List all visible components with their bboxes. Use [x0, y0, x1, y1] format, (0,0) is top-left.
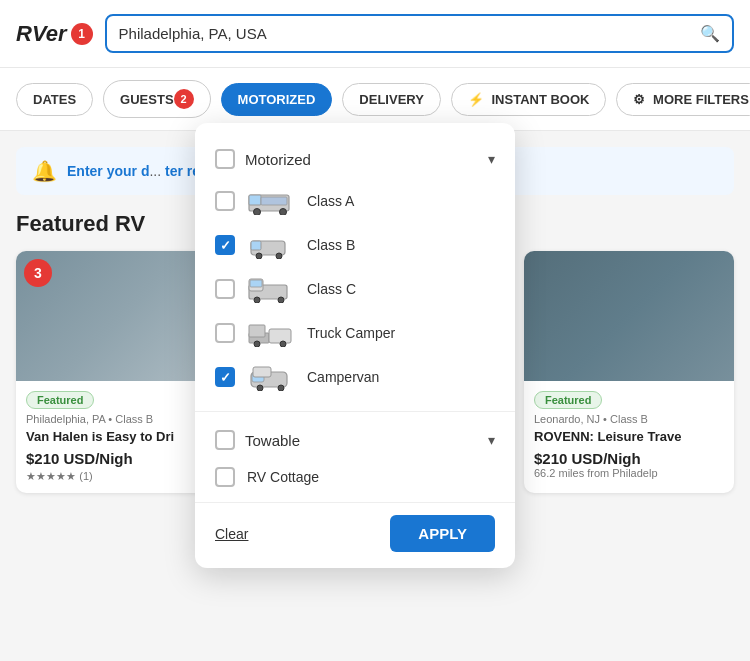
card-title-2: ROVENN: Leisure Trave — [534, 429, 724, 444]
class-b-label: Class B — [307, 237, 355, 253]
svg-point-12 — [254, 297, 260, 303]
badge-row-2: Featured — [534, 391, 724, 409]
search-input[interactable] — [119, 25, 700, 42]
listing-card-2[interactable]: Featured Leonardo, NJ • Class B ROVENN: … — [524, 251, 734, 493]
logo-text: RVer — [16, 21, 67, 47]
class-b-item[interactable]: Class B — [215, 223, 495, 267]
guests-badge: 2 — [174, 89, 194, 109]
truck-camper-label: Truck Camper — [307, 325, 395, 341]
class-b-icon — [247, 230, 295, 260]
motorized-checkbox[interactable] — [215, 149, 235, 169]
svg-rect-11 — [250, 280, 262, 287]
class-a-icon — [247, 186, 295, 216]
card-location-1: Philadelphia, PA • Class B — [26, 413, 216, 425]
class-a-label: Class A — [307, 193, 354, 209]
dates-filter-button[interactable]: DATES — [16, 83, 93, 116]
rv-cottage-checkbox[interactable] — [215, 467, 235, 487]
campervan-label: Campervan — [307, 369, 379, 385]
sliders-icon: ⚙ — [633, 92, 645, 107]
rv-cottage-label: RV Cottage — [247, 469, 319, 485]
search-bar[interactable]: 🔍 — [105, 14, 734, 53]
featured-badge-1: Featured — [26, 391, 94, 409]
svg-rect-1 — [249, 195, 261, 205]
card-title-1: Van Halen is Easy to Dri — [26, 429, 216, 444]
filter-bar: DATES GUESTS 2 MOTORIZED DELIVERY ⚡ INST… — [0, 68, 750, 131]
campervan-item[interactable]: Campervan — [215, 355, 495, 399]
step-badge-3: 3 — [24, 259, 52, 287]
class-a-checkbox[interactable] — [215, 191, 235, 211]
rv-cottage-item[interactable]: RV Cottage — [215, 460, 495, 494]
star-icons-1: ★★★★★ — [26, 470, 76, 482]
class-c-item[interactable]: Class C — [215, 267, 495, 311]
svg-point-3 — [280, 209, 287, 216]
motorized-label: Motorized — [245, 151, 478, 168]
review-count-1: (1) — [79, 470, 92, 482]
motorized-filter-button[interactable]: MOTORIZED — [221, 83, 333, 116]
featured-badge-2: Featured — [534, 391, 602, 409]
badge-row-1: Featured — [26, 391, 216, 409]
card-price-2: $210 USD/Nigh — [534, 450, 724, 467]
svg-point-22 — [257, 385, 263, 391]
card-price-1: $210 USD/Nigh — [26, 450, 216, 467]
class-c-label: Class C — [307, 281, 356, 297]
bell-icon: 🔔 — [32, 159, 57, 183]
towable-checkbox[interactable] — [215, 430, 235, 450]
card-stars-1: ★★★★★ (1) — [26, 469, 216, 483]
motorized-header[interactable]: Motorized ▾ — [215, 143, 495, 179]
alert-text-prefix: Enter your d — [67, 163, 149, 179]
guests-filter-button[interactable]: GUESTS 2 — [103, 80, 210, 118]
towable-section: Towable ▾ RV Cottage — [195, 424, 515, 494]
clear-button[interactable]: Clear — [215, 526, 248, 542]
chevron-down-icon: ▾ — [488, 151, 495, 167]
svg-rect-16 — [269, 329, 291, 343]
delivery-filter-button[interactable]: DELIVERY — [342, 83, 441, 116]
search-icon: 🔍 — [700, 24, 720, 43]
class-c-checkbox[interactable] — [215, 279, 235, 299]
svg-rect-15 — [249, 325, 265, 337]
svg-point-13 — [278, 297, 284, 303]
svg-point-2 — [254, 209, 261, 216]
card-distance-2: 66.2 miles from Philadelp — [534, 467, 724, 479]
apply-button[interactable]: APPLY — [390, 515, 495, 552]
dropdown-footer: Clear APPLY — [195, 502, 515, 552]
truck-camper-checkbox[interactable] — [215, 323, 235, 343]
truck-camper-icon — [247, 318, 295, 348]
card-body-2: Featured Leonardo, NJ • Class B ROVENN: … — [524, 381, 734, 493]
card-location-2: Leonardo, NJ • Class B — [534, 413, 724, 425]
svg-rect-21 — [253, 367, 271, 377]
svg-rect-6 — [251, 241, 261, 250]
svg-rect-4 — [261, 197, 287, 205]
card-image-2 — [524, 251, 734, 381]
campervan-checkbox[interactable] — [215, 367, 235, 387]
class-c-icon — [247, 274, 295, 304]
header: RVer 1 🔍 — [0, 0, 750, 68]
svg-point-7 — [256, 253, 262, 259]
section-divider — [195, 411, 515, 412]
instant-book-filter-button[interactable]: ⚡ INSTANT BOOK — [451, 83, 607, 116]
class-b-checkbox[interactable] — [215, 235, 235, 255]
towable-chevron-icon: ▾ — [488, 432, 495, 448]
motorized-dropdown: Motorized ▾ Class A — [195, 123, 515, 568]
class-a-item[interactable]: Class A — [215, 179, 495, 223]
more-filters-button[interactable]: ⚙ MORE FILTERS — [616, 83, 750, 116]
truck-camper-item[interactable]: Truck Camper — [215, 311, 495, 355]
lightning-icon: ⚡ — [468, 92, 484, 107]
towable-header[interactable]: Towable ▾ — [215, 424, 495, 460]
step-badge-1: 1 — [71, 23, 93, 45]
towable-label: Towable — [245, 432, 478, 449]
svg-point-8 — [276, 253, 282, 259]
logo: RVer 1 — [16, 21, 93, 47]
motorized-section: Motorized ▾ Class A — [195, 143, 515, 399]
svg-point-23 — [278, 385, 284, 391]
svg-point-18 — [280, 341, 286, 347]
svg-point-17 — [254, 341, 260, 347]
campervan-icon — [247, 362, 295, 392]
